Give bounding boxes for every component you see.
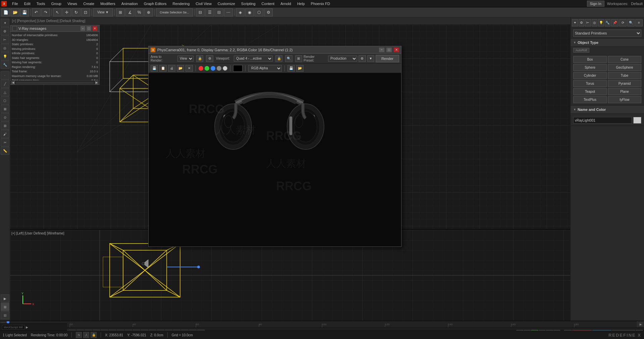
- obj-geosphere-btn[interactable]: GeoSphere: [608, 64, 641, 71]
- menu-modifiers[interactable]: Modifiers: [98, 1, 118, 6]
- menu-views[interactable]: Views: [65, 1, 80, 6]
- toolbar-more[interactable]: ⋯: [224, 8, 233, 16]
- obj-cylinder-btn[interactable]: Cylinder: [573, 72, 607, 79]
- rp-config-btn[interactable]: ≡: [635, 19, 643, 26]
- rp-utilities-btn[interactable]: 🔧: [605, 19, 611, 26]
- autoroll-btn[interactable]: AutoRoll: [573, 48, 589, 53]
- menu-tools[interactable]: Tools: [34, 1, 48, 6]
- menu-civil-view[interactable]: Civil View: [193, 1, 214, 6]
- toolbar-snap-percent[interactable]: %: [135, 8, 144, 16]
- render-print-btn[interactable]: 🖨: [168, 65, 175, 72]
- rp-hierarchy-btn[interactable]: ⊢: [585, 19, 591, 26]
- toolbar-snap-angle[interactable]: ∡: [125, 8, 134, 16]
- toolbar-save[interactable]: 💾: [20, 8, 29, 16]
- sidebar-face[interactable]: △: [1, 88, 9, 96]
- sidebar-edge[interactable]: ╱: [1, 80, 9, 88]
- vray-scroll-track[interactable]: [16, 81, 94, 84]
- render-preset-select[interactable]: Production: [328, 56, 357, 62]
- sign-in-button[interactable]: Sign In: [587, 1, 604, 7]
- rp-search-btn[interactable]: 🔍: [627, 19, 635, 26]
- render-button[interactable]: Render: [376, 55, 399, 62]
- sidebar-sel1[interactable]: ⊙: [1, 113, 9, 121]
- object-type-header[interactable]: ▼ Object Type: [571, 39, 644, 47]
- toolbar-move[interactable]: ✛: [62, 8, 71, 16]
- vray-scroll-right[interactable]: ▶: [95, 81, 99, 84]
- toolbar-open[interactable]: 📂: [11, 8, 19, 16]
- color-red[interactable]: [199, 66, 203, 71]
- menu-phoenix-fd[interactable]: Phoenix FD: [308, 1, 333, 6]
- obj-tyflow-btn[interactable]: tyFlow: [608, 96, 641, 103]
- primitive-type-select[interactable]: Standard Primitives: [573, 29, 641, 37]
- object-name-input[interactable]: [573, 117, 632, 124]
- toolbar-scale[interactable]: ⊡: [81, 8, 90, 16]
- obj-cone-btn[interactable]: Cone: [608, 56, 641, 63]
- viewport-lock2-btn[interactable]: 🔒: [275, 55, 282, 62]
- toolbar-mirror[interactable]: ⊟: [196, 8, 205, 16]
- menu-create[interactable]: Create: [80, 1, 97, 6]
- color-alpha1[interactable]: [217, 66, 221, 71]
- viewport-lock-btn[interactable]: 🔒: [196, 55, 203, 62]
- vray-scroll-left[interactable]: ◀: [11, 81, 15, 84]
- channel-select[interactable]: RGB Alpha: [248, 65, 282, 72]
- menu-help[interactable]: Help: [294, 1, 308, 6]
- viewport-expand-btn[interactable]: ⊞: [295, 55, 302, 62]
- viewport-select[interactable]: Quad 4 - ...ective: [234, 56, 273, 62]
- vray-close-btn[interactable]: ✕: [93, 26, 97, 31]
- sidebar-measure[interactable]: 📏: [1, 147, 9, 155]
- sidebar-arrow[interactable]: ▶: [1, 294, 9, 302]
- menu-edit[interactable]: Edit: [21, 1, 33, 6]
- toolbar-new[interactable]: 📄: [1, 8, 10, 16]
- vray-minimize-btn[interactable]: −: [80, 26, 85, 31]
- obj-box-btn[interactable]: Box: [573, 56, 607, 63]
- menu-rendering[interactable]: Rendering: [170, 1, 193, 6]
- sidebar-polygon[interactable]: ⬡: [1, 96, 9, 105]
- vray-maximize-btn[interactable]: □: [87, 26, 91, 31]
- toolbar-snap-spinner[interactable]: ⊕: [144, 8, 153, 16]
- color-black-swatch[interactable]: [233, 65, 243, 72]
- sidebar-vertex[interactable]: ·: [1, 71, 9, 79]
- sidebar-knife[interactable]: ✂: [1, 138, 9, 146]
- render-minimize-btn[interactable]: −: [379, 48, 384, 52]
- obj-teapot-btn[interactable]: Teapot: [573, 88, 607, 95]
- sidebar-modify[interactable]: ⚙: [1, 27, 9, 35]
- toolbar-render3[interactable]: ⬡: [255, 8, 263, 16]
- toolbar-view[interactable]: View ▼: [93, 8, 113, 16]
- sidebar-hierarchy[interactable]: ⊢: [1, 36, 9, 44]
- name-color-header[interactable]: ▼ Name and Color: [571, 106, 644, 114]
- menu-graph-editors[interactable]: Graph Editors: [141, 1, 169, 6]
- render-channel-save-btn[interactable]: 💾: [287, 65, 295, 72]
- obj-pyramid-btn[interactable]: Pyramid: [608, 80, 641, 87]
- rp-display-btn[interactable]: 💡: [598, 19, 604, 26]
- viewport-zoom-btn[interactable]: 🔍: [285, 55, 292, 62]
- color-green[interactable]: [205, 66, 209, 71]
- menu-arnold[interactable]: Arnold: [278, 1, 294, 6]
- sidebar-display[interactable]: 💡: [1, 52, 9, 60]
- menu-group[interactable]: Group: [48, 1, 64, 6]
- rp-modify-btn[interactable]: ⚙: [579, 19, 585, 26]
- toolbar-render4[interactable]: ⚙: [264, 8, 273, 16]
- rp-history-btn[interactable]: ⟳: [619, 19, 627, 26]
- obj-tube-btn[interactable]: Tube: [608, 72, 641, 79]
- menu-customize[interactable]: Customize: [215, 1, 238, 6]
- toolbar-snap-toggle[interactable]: ⊞: [116, 8, 125, 16]
- toolbar-render2[interactable]: ◉: [245, 8, 254, 16]
- sidebar-motion[interactable]: ◎: [1, 44, 9, 52]
- toolbar-rotate[interactable]: ↻: [72, 8, 80, 16]
- render-maximize-btn[interactable]: □: [386, 48, 392, 52]
- menu-animation[interactable]: Animation: [119, 1, 141, 6]
- render-preset-arrow-btn[interactable]: ▼: [367, 55, 374, 62]
- timeline-track[interactable]: 0 20 40 60 80 100 120 140 160 180: [7, 321, 637, 327]
- sidebar-grid2[interactable]: ⊟: [1, 311, 9, 319]
- menu-file[interactable]: File: [9, 1, 21, 6]
- render-open-btn[interactable]: 📂: [177, 65, 184, 72]
- toolbar-create-selection[interactable]: Create Selection Se...: [156, 8, 193, 16]
- render-preset-config-btn[interactable]: ⚙: [359, 55, 366, 62]
- menu-content[interactable]: Content: [259, 1, 277, 6]
- render-close-btn[interactable]: ✕: [394, 48, 399, 52]
- timeline-scroll-right[interactable]: ▶: [639, 322, 643, 326]
- toolbar-align[interactable]: ☰: [205, 8, 214, 16]
- area-to-render-select[interactable]: View: [177, 56, 194, 62]
- obj-sphere-btn[interactable]: Sphere: [573, 64, 607, 71]
- sidebar-create[interactable]: ✦: [1, 19, 9, 27]
- toolbar-render1[interactable]: ◈: [236, 8, 245, 16]
